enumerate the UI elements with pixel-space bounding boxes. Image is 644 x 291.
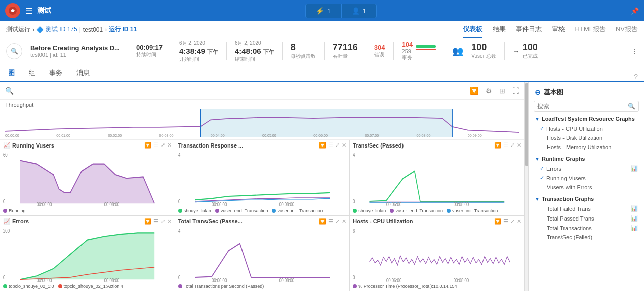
close-icon-hc[interactable]: ✕ (517, 218, 521, 225)
filter-icon[interactable]: 🔽 (470, 87, 478, 95)
breadcrumb-tab-events[interactable]: 事件日志 (516, 22, 542, 38)
duration-label: 持续时间 (136, 51, 156, 58)
sidebar-search-input[interactable] (537, 103, 628, 110)
sidebar-item-vusers-errors[interactable]: Vusers with Errors (529, 183, 644, 192)
pin-icon[interactable]: 📌 (631, 7, 639, 15)
chart-errors-title: 📈 Errors (3, 218, 29, 225)
label-hosts-cpu: Hosts - CPU Utilization (546, 126, 638, 132)
menu-icon-tr[interactable]: ☰ (328, 142, 333, 149)
sidebar-item-hosts-cpu[interactable]: ✓ Hosts - CPU Utilization (529, 124, 644, 133)
center-tab-2[interactable]: 👤 1 (341, 4, 377, 18)
chart-errors-legend: topcio_shouye_02_1:0 topcio_shouye_02_1:… (3, 284, 172, 289)
sidebar-item-trans-sec-failed[interactable]: Trans/Sec (Failed) (529, 233, 644, 242)
start-suffix: 下午 (207, 49, 218, 55)
trans-gray: 259 (402, 48, 413, 54)
resize-icon-ts[interactable]: ⤢ (510, 142, 515, 149)
breadcrumb-tab-audit[interactable]: 审核 (552, 22, 565, 38)
sidebar-section-loadtest-title[interactable]: ▼ LoadTest System Resource Graphs (529, 114, 644, 124)
sidebar-item-hosts-disk[interactable]: Hosts - Disk Utilization (529, 133, 644, 142)
close-action-icon[interactable]: ✕ (167, 142, 172, 149)
sidebar-section-runtime-title[interactable]: ▼ Runtime Graphs (529, 154, 644, 164)
resize-icon-tr[interactable]: ⤢ (335, 142, 340, 149)
tab-messages[interactable]: 消息 (74, 65, 92, 81)
close-icon-tt[interactable]: ✕ (342, 218, 346, 225)
legend-dot-shouye2 (353, 209, 357, 213)
resize-icon-tt[interactable]: ⤢ (335, 218, 340, 225)
divider-9 (504, 42, 505, 60)
breadcrumb-test-id[interactable]: 测试 ID 175 (46, 25, 77, 34)
section1-label: LoadTest System Resource Graphs (542, 116, 635, 122)
breadcrumb-run-id[interactable]: 运行 ID 11 (109, 25, 137, 34)
expand-icon[interactable]: ⛶ (512, 87, 519, 95)
info-search-icon[interactable]: 🔍 (6, 43, 22, 59)
chart-errors: 📈 Errors 🔽 ☰ ⤢ ✕ 200 0 (0, 216, 175, 292)
end-time-value: 4:48:06 (235, 47, 261, 55)
resize-icon-e[interactable]: ⤢ (160, 218, 165, 225)
menu-icon-e[interactable]: ☰ (153, 218, 158, 225)
filter-icon-tt[interactable]: 🔽 (319, 218, 326, 225)
legend-dot-topcio2 (58, 284, 62, 288)
tab-groups[interactable]: 组 (27, 65, 37, 81)
hits-label: 每秒点击数 (291, 53, 316, 60)
svg-text:00:06:00: 00:06:00 (212, 278, 227, 283)
breadcrumb-tab-dashboard[interactable]: 仪表板 (463, 22, 482, 38)
main-tabs: 图 组 事务 消息 ? (0, 64, 644, 82)
chart-total-trans-sec: Total Trans/Sec (Passe... 🔽 ☰ ⤢ ✕ 4 0 (175, 216, 350, 292)
tab1-icon: ⚡ (316, 7, 324, 15)
menu-icon-tt[interactable]: ☰ (328, 218, 333, 225)
close-icon-ts[interactable]: ✕ (517, 142, 521, 149)
chart-hosts-cpu-legend: % Processor Time (Processor_Total):10.0.… (353, 284, 521, 289)
center-tab-1[interactable]: ⚡ 1 (305, 4, 341, 18)
svg-text:0: 0 (178, 199, 180, 204)
chart-transaction-response-header: Transaction Response ... 🔽 ☰ ⤢ ✕ (178, 142, 347, 149)
menu-action-icon[interactable]: ☰ (153, 142, 158, 149)
section3-label: Transaction Graphs (542, 196, 594, 202)
close-icon-tr[interactable]: ✕ (342, 142, 346, 149)
sidebar-item-total-failed[interactable]: Total Failed Trans 📊 (529, 204, 644, 213)
settings-icon[interactable]: ⚙ (486, 87, 492, 95)
sidebar-item-errors[interactable]: ✓ Errors 📊 (529, 164, 644, 173)
tab-graphs[interactable]: 图 (6, 65, 17, 82)
grid-icon[interactable]: ⊞ (499, 87, 505, 95)
completion-value: 100 (523, 42, 538, 53)
tab2-icon: 👤 (352, 7, 360, 15)
transactions-stat: 104 259 事务 (402, 41, 436, 61)
filter-icon-e[interactable]: 🔽 (144, 218, 151, 225)
panel-search-icon[interactable]: 🔍 (5, 87, 14, 95)
filter-icon-ts[interactable]: 🔽 (494, 142, 501, 149)
close-icon-e[interactable]: ✕ (167, 218, 172, 225)
sidebar-item-hosts-mem[interactable]: Hosts - Memory Utilization (529, 142, 644, 152)
menu-icon-hc[interactable]: ☰ (503, 218, 508, 225)
svg-text:00:08:00: 00:08:00 (279, 202, 294, 207)
sidebar-item-running-vusers[interactable]: ✓ Running Vusers (529, 173, 644, 183)
resize-icon-hc[interactable]: ⤢ (510, 218, 515, 225)
help-icon[interactable]: ? (634, 72, 638, 81)
svg-marker-16 (20, 160, 171, 203)
sidebar-collapse-icon[interactable]: ⊖ (535, 88, 541, 96)
chart-transaction-response-actions: 🔽 ☰ ⤢ ✕ (319, 142, 346, 149)
breadcrumb-tab-nv[interactable]: NV报告 (616, 22, 638, 38)
info-more-icon[interactable]: ⋮ (632, 48, 638, 55)
filter-action-icon[interactable]: 🔽 (144, 142, 151, 149)
scroll-area[interactable] (524, 82, 528, 291)
svg-text:00:08:00: 00:08:00 (104, 202, 119, 207)
filter-icon-tr[interactable]: 🔽 (319, 142, 326, 149)
hamburger-icon[interactable]: ☰ (25, 6, 32, 16)
resize-action-icon[interactable]: ⤢ (160, 142, 165, 149)
sidebar-search-box[interactable]: 🔍 (534, 101, 639, 112)
sidebar-item-total-passed[interactable]: Total Passed Trans 📊 (529, 213, 644, 223)
sidebar-section-transaction-title[interactable]: ▼ Transaction Graphs (529, 194, 644, 204)
failed-chart-mini-icon: 📊 (631, 205, 638, 212)
breadcrumb-arrow-icon: › (32, 26, 34, 33)
svg-text:00:06:00: 00:06:00 (386, 278, 401, 283)
tab-transactions[interactable]: 事务 (47, 65, 64, 81)
svg-text:60: 60 (3, 152, 8, 158)
breadcrumb-tab-results[interactable]: 结果 (493, 22, 506, 38)
trans-bar-green (416, 45, 436, 48)
filter-icon-hc[interactable]: 🔽 (494, 218, 501, 225)
svg-text:00:09:00: 00:09:00 (468, 133, 482, 137)
menu-icon-ts[interactable]: ☰ (503, 142, 508, 149)
sidebar-item-total-trans[interactable]: Total Transactions 📊 (529, 223, 644, 233)
chart-running-vusers-title: 📈 Running Vusers (3, 142, 54, 149)
breadcrumb-tab-html[interactable]: HTML报告 (575, 22, 606, 38)
